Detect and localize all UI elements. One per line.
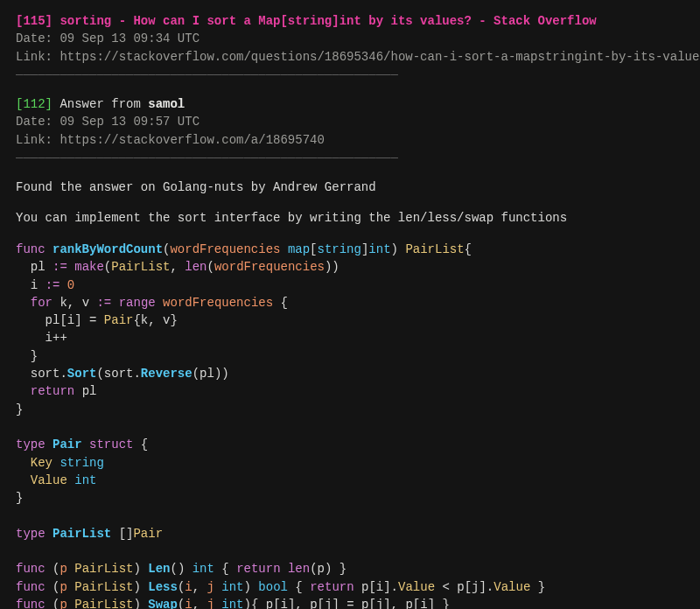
answer-author: samol	[148, 97, 185, 111]
answer-link-row: Link: https://stackoverflow.com/a/186957…	[16, 131, 684, 149]
answer-link[interactable]: https://stackoverflow.com/a/18695740	[52, 133, 325, 147]
question-link-row: Link: https://stackoverflow.com/question…	[16, 48, 684, 66]
answer-id: [112]	[16, 97, 52, 111]
terminal-output: { "hr": "———————————————————————————————…	[0, 0, 700, 609]
question-title: sorting - How can I sort a Map[string]in…	[60, 14, 596, 28]
question-id: [115]	[16, 14, 52, 28]
question-header: [115] sorting - How can I sort a Map[str…	[16, 12, 684, 30]
answer-body-text: Found the answer on Golang-nuts by Andre…	[16, 178, 684, 196]
answer-date-row: Date: 09 Sep 13 09:57 UTC	[16, 113, 684, 130]
question-link[interactable]: https://stackoverflow.com/questions/1869…	[52, 50, 700, 64]
code-block: func rankByWordCount(wordFrequencies map…	[16, 241, 684, 609]
divider: ————————————————————————————————————————…	[16, 66, 684, 83]
divider: ————————————————————————————————————————…	[16, 149, 684, 166]
answer-body-text: You can implement the sort interface by …	[16, 209, 684, 227]
answer-header: [112] Answer from samol	[16, 95, 684, 113]
question-date-row: Date: 09 Sep 13 09:34 UTC	[16, 30, 684, 47]
